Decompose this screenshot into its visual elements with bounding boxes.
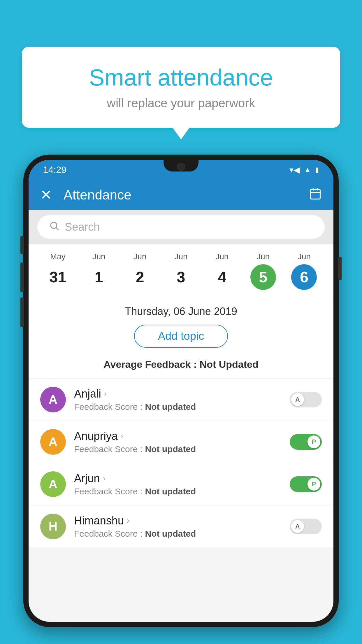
student-info: Himanshu ›Feedback Score : Not updated	[74, 514, 282, 539]
cal-month-label: Jun	[92, 252, 106, 261]
cal-date-number: 31	[45, 264, 71, 290]
search-bar-container: Search	[29, 210, 333, 244]
speech-bubble-container: Smart attendance will replace your paper…	[22, 47, 340, 128]
toggle-knob: A	[291, 520, 304, 533]
selected-date-label: Thursday, 06 June 2019	[29, 297, 333, 322]
average-feedback: Average Feedback : Not Updated	[29, 356, 333, 379]
student-avatar: A	[40, 429, 66, 455]
bubble-subtitle: will replace your paperwork	[45, 96, 317, 110]
calendar-strip: May31Jun1Jun2Jun3Jun4Jun5Jun6	[29, 244, 333, 297]
toggle-knob: P	[307, 435, 320, 448]
cal-date-number: 2	[127, 264, 153, 290]
chevron-icon: ›	[103, 474, 106, 483]
svg-rect-0	[311, 189, 320, 199]
search-icon	[49, 220, 59, 234]
student-info: Anupriya ›Feedback Score : Not updated	[74, 430, 282, 454]
cal-month-label: Jun	[298, 252, 311, 261]
toggle-knob: A	[291, 393, 304, 406]
svg-point-4	[51, 222, 57, 228]
close-button[interactable]: ✕	[40, 187, 52, 203]
cal-date-number: 3	[168, 264, 194, 290]
student-name[interactable]: Anjali ›	[74, 388, 282, 400]
avg-feedback-value: Not Updated	[200, 359, 259, 370]
student-name[interactable]: Himanshu ›	[74, 514, 282, 527]
wifi-icon: ▾◀	[289, 165, 300, 175]
student-item-0: AAnjali ›Feedback Score : Not updatedA	[29, 379, 333, 421]
student-avatar: A	[40, 471, 66, 497]
toggle-switch[interactable]: P	[290, 434, 322, 450]
cal-month-label: Jun	[174, 252, 187, 261]
toggle-knob: P	[307, 478, 320, 491]
calendar-day-2[interactable]: Jun2	[127, 252, 153, 290]
phone-wrapper: 14:29 ▾◀ ▲ ▮ ✕ Attendance	[23, 155, 339, 644]
student-feedback-score: Feedback Score : Not updated	[74, 487, 282, 496]
student-item-1: AAnupriya ›Feedback Score : Not updatedP	[29, 421, 333, 463]
student-feedback-score: Feedback Score : Not updated	[74, 529, 282, 539]
volume-up-button	[20, 236, 24, 254]
cal-month-label: Jun	[215, 252, 229, 261]
toggle-switch[interactable]: A	[290, 519, 322, 534]
search-bar[interactable]: Search	[37, 215, 325, 239]
calendar-day-5[interactable]: Jun5	[250, 252, 276, 290]
student-avatar: H	[40, 514, 66, 539]
attendance-toggle[interactable]: P	[290, 476, 322, 492]
svg-line-5	[56, 228, 59, 230]
phone-screen: 14:29 ▾◀ ▲ ▮ ✕ Attendance	[29, 160, 333, 622]
cal-date-number: 5	[250, 264, 276, 290]
student-item-3: HHimanshu ›Feedback Score : Not updatedA	[29, 505, 333, 548]
student-name[interactable]: Arjun ›	[74, 472, 282, 485]
cal-month-label: Jun	[133, 252, 147, 261]
signal-icon: ▲	[304, 166, 311, 174]
status-time: 14:29	[43, 164, 66, 175]
speech-bubble: Smart attendance will replace your paper…	[22, 47, 340, 128]
attendance-toggle[interactable]: A	[290, 392, 322, 407]
power-button	[338, 257, 342, 280]
student-feedback-score: Feedback Score : Not updated	[74, 444, 282, 454]
silent-button	[20, 298, 24, 327]
chevron-icon: ›	[104, 389, 107, 398]
chevron-icon: ›	[127, 516, 129, 525]
chevron-icon: ›	[121, 431, 123, 441]
toggle-switch[interactable]: A	[290, 392, 322, 407]
student-info: Arjun ›Feedback Score : Not updated	[74, 472, 282, 496]
cal-date-number: 1	[86, 264, 112, 290]
attendance-toggle[interactable]: P	[290, 434, 322, 450]
cal-date-number: 6	[291, 264, 317, 290]
app-bar: ✕ Attendance	[29, 180, 333, 210]
calendar-day-4[interactable]: Jun4	[209, 252, 235, 290]
student-info: Anjali ›Feedback Score : Not updated	[74, 388, 282, 412]
search-input-placeholder: Search	[65, 221, 100, 233]
cal-date-number: 4	[209, 264, 235, 290]
student-list: AAnjali ›Feedback Score : Not updatedAAA…	[29, 379, 333, 548]
calendar-icon[interactable]	[309, 187, 322, 203]
app-bar-title: Attendance	[64, 187, 309, 203]
student-avatar: A	[40, 387, 66, 412]
calendar-day-0[interactable]: May31	[45, 252, 71, 290]
phone-outer: 14:29 ▾◀ ▲ ▮ ✕ Attendance	[23, 155, 339, 627]
attendance-toggle[interactable]: A	[290, 519, 322, 534]
student-feedback-score: Feedback Score : Not updated	[74, 402, 282, 412]
calendar-day-3[interactable]: Jun3	[168, 252, 194, 290]
bubble-title: Smart attendance	[45, 64, 317, 91]
add-topic-button[interactable]: Add topic	[134, 325, 228, 348]
student-item-2: AArjun ›Feedback Score : Not updatedP	[29, 463, 333, 505]
cal-month-label: May	[50, 252, 66, 261]
cal-month-label: Jun	[256, 252, 270, 261]
volume-down-button	[20, 262, 24, 292]
status-icons: ▾◀ ▲ ▮	[289, 165, 319, 175]
phone-camera	[177, 163, 185, 171]
calendar-day-6[interactable]: Jun6	[291, 252, 317, 290]
toggle-switch[interactable]: P	[290, 476, 322, 492]
avg-feedback-label: Average Feedback :	[103, 359, 199, 370]
battery-icon: ▮	[315, 166, 319, 174]
add-topic-section: Add topic	[29, 322, 333, 356]
student-name[interactable]: Anupriya ›	[74, 430, 282, 442]
calendar-day-1[interactable]: Jun1	[86, 252, 112, 290]
